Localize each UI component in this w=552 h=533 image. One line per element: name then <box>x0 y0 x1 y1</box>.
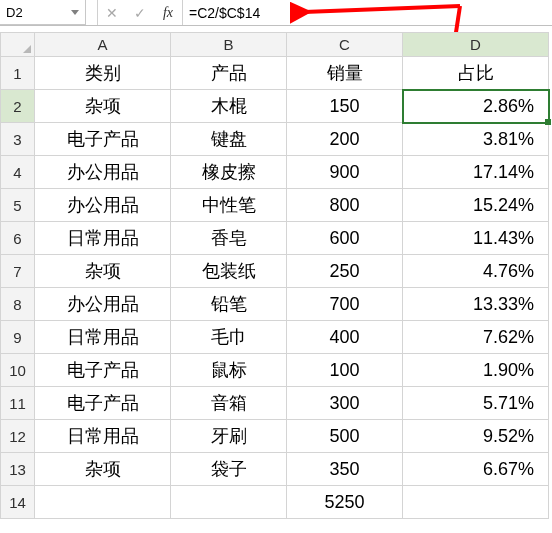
row-header[interactable]: 10 <box>1 354 35 387</box>
cell-D11[interactable]: 5.71% <box>403 387 549 420</box>
cell-D10[interactable]: 1.90% <box>403 354 549 387</box>
row-header[interactable]: 2 <box>1 90 35 123</box>
chevron-down-icon <box>71 10 79 15</box>
cell-D14[interactable] <box>403 486 549 519</box>
cell-D13[interactable]: 6.67% <box>403 453 549 486</box>
cell-B2[interactable]: 木棍 <box>171 90 287 123</box>
cell-A6[interactable]: 日常用品 <box>35 222 171 255</box>
cell-C4[interactable]: 900 <box>287 156 403 189</box>
cell-B13[interactable]: 袋子 <box>171 453 287 486</box>
fx-icon: fx <box>163 5 173 21</box>
table-row: 8办公用品铅笔70013.33% <box>1 288 549 321</box>
table-row: 2杂项木棍1502.86% <box>1 90 549 123</box>
cell-C13[interactable]: 350 <box>287 453 403 486</box>
cell-C14[interactable]: 5250 <box>287 486 403 519</box>
cell-C6[interactable]: 600 <box>287 222 403 255</box>
col-header-B[interactable]: B <box>171 33 287 57</box>
cell-D1[interactable]: 占比 <box>403 57 549 90</box>
sheet-table: A B C D 1类别产品销量占比2杂项木棍1502.86%3电子产品键盘200… <box>0 32 549 519</box>
cell-B5[interactable]: 中性笔 <box>171 189 287 222</box>
table-row: 13杂项袋子3506.67% <box>1 453 549 486</box>
cell-D12[interactable]: 9.52% <box>403 420 549 453</box>
cell-D9[interactable]: 7.62% <box>403 321 549 354</box>
table-row: 1类别产品销量占比 <box>1 57 549 90</box>
row-header[interactable]: 9 <box>1 321 35 354</box>
cell-A12[interactable]: 日常用品 <box>35 420 171 453</box>
table-row: 9日常用品毛巾4007.62% <box>1 321 549 354</box>
cell-A14[interactable] <box>35 486 171 519</box>
row-header[interactable]: 4 <box>1 156 35 189</box>
cell-A1[interactable]: 类别 <box>35 57 171 90</box>
select-all-corner[interactable] <box>1 33 35 57</box>
cell-C9[interactable]: 400 <box>287 321 403 354</box>
cell-A5[interactable]: 办公用品 <box>35 189 171 222</box>
cell-D7[interactable]: 4.76% <box>403 255 549 288</box>
cell-D4[interactable]: 17.14% <box>403 156 549 189</box>
cell-A11[interactable]: 电子产品 <box>35 387 171 420</box>
cell-A2[interactable]: 杂项 <box>35 90 171 123</box>
cell-B11[interactable]: 音箱 <box>171 387 287 420</box>
cell-D6[interactable]: 11.43% <box>403 222 549 255</box>
cell-B7[interactable]: 包装纸 <box>171 255 287 288</box>
cell-D8[interactable]: 13.33% <box>403 288 549 321</box>
row-header[interactable]: 11 <box>1 387 35 420</box>
row-header[interactable]: 14 <box>1 486 35 519</box>
x-icon: ✕ <box>106 5 118 21</box>
cell-B3[interactable]: 键盘 <box>171 123 287 156</box>
row-header[interactable]: 13 <box>1 453 35 486</box>
col-header-A[interactable]: A <box>35 33 171 57</box>
cell-D2[interactable]: 2.86% <box>403 90 549 123</box>
insert-function-button[interactable]: fx <box>154 0 182 25</box>
spreadsheet-grid: A B C D 1类别产品销量占比2杂项木棍1502.86%3电子产品键盘200… <box>0 32 552 519</box>
cell-B8[interactable]: 铅笔 <box>171 288 287 321</box>
col-header-C[interactable]: C <box>287 33 403 57</box>
col-header-D[interactable]: D <box>403 33 549 57</box>
row-header[interactable]: 5 <box>1 189 35 222</box>
cell-A8[interactable]: 办公用品 <box>35 288 171 321</box>
cell-C3[interactable]: 200 <box>287 123 403 156</box>
cell-D5[interactable]: 15.24% <box>403 189 549 222</box>
row-header[interactable]: 1 <box>1 57 35 90</box>
cell-C5[interactable]: 800 <box>287 189 403 222</box>
cell-C1[interactable]: 销量 <box>287 57 403 90</box>
cell-C11[interactable]: 300 <box>287 387 403 420</box>
table-row: 12日常用品牙刷5009.52% <box>1 420 549 453</box>
cell-C10[interactable]: 100 <box>287 354 403 387</box>
cell-A3[interactable]: 电子产品 <box>35 123 171 156</box>
cell-C12[interactable]: 500 <box>287 420 403 453</box>
table-row: 7杂项包装纸2504.76% <box>1 255 549 288</box>
cell-A13[interactable]: 杂项 <box>35 453 171 486</box>
cancel-formula-button[interactable]: ✕ <box>98 0 126 25</box>
formula-bar: D2 ✕ ✓ fx =C2/$C$14 <box>0 0 552 26</box>
name-box[interactable]: D2 <box>0 0 86 25</box>
cell-A4[interactable]: 办公用品 <box>35 156 171 189</box>
cell-C8[interactable]: 700 <box>287 288 403 321</box>
cell-A7[interactable]: 杂项 <box>35 255 171 288</box>
cell-C7[interactable]: 250 <box>287 255 403 288</box>
name-box-value: D2 <box>6 5 23 20</box>
cell-B14[interactable] <box>171 486 287 519</box>
cell-B12[interactable]: 牙刷 <box>171 420 287 453</box>
row-header[interactable]: 7 <box>1 255 35 288</box>
cell-D3[interactable]: 3.81% <box>403 123 549 156</box>
table-row: 145250 <box>1 486 549 519</box>
confirm-formula-button[interactable]: ✓ <box>126 0 154 25</box>
table-row: 10电子产品鼠标1001.90% <box>1 354 549 387</box>
cell-A9[interactable]: 日常用品 <box>35 321 171 354</box>
cell-A10[interactable]: 电子产品 <box>35 354 171 387</box>
cell-B9[interactable]: 毛巾 <box>171 321 287 354</box>
row-header[interactable]: 8 <box>1 288 35 321</box>
formula-text: =C2/$C$14 <box>189 5 260 21</box>
column-header-row: A B C D <box>1 33 549 57</box>
cell-B4[interactable]: 橡皮擦 <box>171 156 287 189</box>
cell-B6[interactable]: 香皂 <box>171 222 287 255</box>
cell-C2[interactable]: 150 <box>287 90 403 123</box>
table-row: 11电子产品音箱3005.71% <box>1 387 549 420</box>
table-row: 4办公用品橡皮擦90017.14% <box>1 156 549 189</box>
row-header[interactable]: 3 <box>1 123 35 156</box>
row-header[interactable]: 6 <box>1 222 35 255</box>
cell-B1[interactable]: 产品 <box>171 57 287 90</box>
cell-B10[interactable]: 鼠标 <box>171 354 287 387</box>
row-header[interactable]: 12 <box>1 420 35 453</box>
formula-input[interactable]: =C2/$C$14 <box>182 0 552 25</box>
